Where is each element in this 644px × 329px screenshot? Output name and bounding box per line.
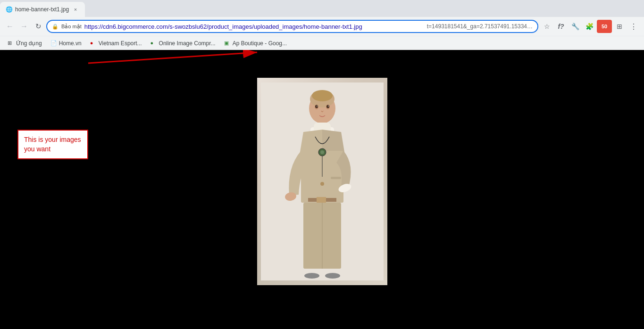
bookmark-homevn[interactable]: 📄 Home.vn [47, 39, 85, 48]
bookmarks-bar: ⊞ Ứng dụng 📄 Home.vn ● Vietnam Esport...… [0, 36, 644, 50]
ext-badge-button[interactable]: 50 [597, 20, 612, 33]
browser-tab[interactable]: 🌐 home-banner-txt1.jpg × [0, 2, 85, 17]
address-bar[interactable]: 🔒 Bảo mật t=1493181541&_ga=2.71537491.15… [46, 20, 538, 33]
url-input[interactable] [84, 23, 424, 30]
devtools-button[interactable]: 🔧 [569, 20, 582, 33]
content-area: This is your images you want [0, 50, 644, 313]
bookmark-ap-boutique[interactable]: ▣ Ap Boutique - Goog... [220, 39, 291, 48]
annotation-text: This is your images you want [24, 136, 81, 153]
security-label: Bảo mật [61, 24, 82, 30]
svg-point-10 [320, 182, 324, 186]
grid-button[interactable]: ⊞ [613, 20, 626, 33]
bookmark-homevn-label: Home.vn [59, 40, 82, 47]
back-button[interactable]: ← [4, 20, 16, 33]
image-compress-favicon-icon: ● [151, 40, 157, 47]
bookmark-image-compress[interactable]: ● Online Image Compr... [147, 39, 219, 48]
url-suffix: t=1493181541&_ga=2.71537491.15334… [427, 23, 533, 30]
svg-point-27 [304, 273, 319, 279]
product-image [257, 78, 387, 285]
fashion-model-svg [261, 82, 384, 280]
svg-point-26 [328, 105, 329, 107]
tab-favicon-icon: 🌐 [6, 6, 12, 13]
apps-favicon-icon: ⊞ [8, 40, 14, 47]
svg-point-19 [320, 150, 324, 154]
tab-close-button[interactable]: × [72, 6, 79, 13]
puzzle-button[interactable]: 🧩 [583, 20, 596, 33]
svg-point-28 [325, 273, 340, 279]
ext-badge-container: 50 [597, 20, 612, 33]
toolbar-icons: ☆ f? 🔧 🧩 50 ⊞ ⋮ [540, 20, 640, 33]
bookmark-vietnam-esport[interactable]: ● Vietnam Esport... [86, 39, 146, 48]
homevn-favicon-icon: 📄 [50, 40, 57, 47]
bookmark-apps-label: Ứng dụng [16, 40, 42, 47]
browser-frame: 🌐 home-banner-txt1.jpg × ← → ↻ 🔒 Bảo mật… [0, 0, 644, 313]
svg-point-3 [312, 90, 333, 101]
svg-rect-12 [317, 197, 326, 203]
lock-icon: 🔒 [52, 24, 59, 30]
bookmark-vietnam-esport-label: Vietnam Esport... [99, 40, 142, 47]
refresh-button[interactable]: ↻ [32, 20, 44, 33]
tab-bar: 🌐 home-banner-txt1.jpg × [0, 0, 644, 17]
bookmark-apps[interactable]: ⊞ Ứng dụng [4, 39, 46, 48]
bookmark-star-button[interactable]: ☆ [540, 20, 553, 33]
ap-boutique-favicon-icon: ▣ [224, 40, 231, 47]
svg-rect-14 [331, 177, 341, 179]
svg-point-24 [326, 105, 329, 108]
annotation-box: This is your images you want [17, 130, 88, 159]
extension-f-button[interactable]: f? [554, 20, 568, 33]
vietnam-esport-favicon-icon: ● [90, 40, 97, 47]
address-bar-row: ← → ↻ 🔒 Bảo mật t=1493181541&_ga=2.71537… [0, 17, 644, 36]
svg-point-25 [317, 105, 318, 107]
tab-title: home-banner-txt1.jpg [15, 6, 69, 13]
forward-button[interactable]: → [18, 20, 30, 33]
svg-point-23 [315, 105, 318, 108]
bookmark-ap-boutique-label: Ap Boutique - Goog... [233, 40, 287, 47]
bookmark-image-compress-label: Online Image Compr... [159, 40, 216, 47]
chrome-menu-button[interactable]: ⋮ [627, 20, 640, 33]
svg-line-30 [88, 52, 257, 63]
